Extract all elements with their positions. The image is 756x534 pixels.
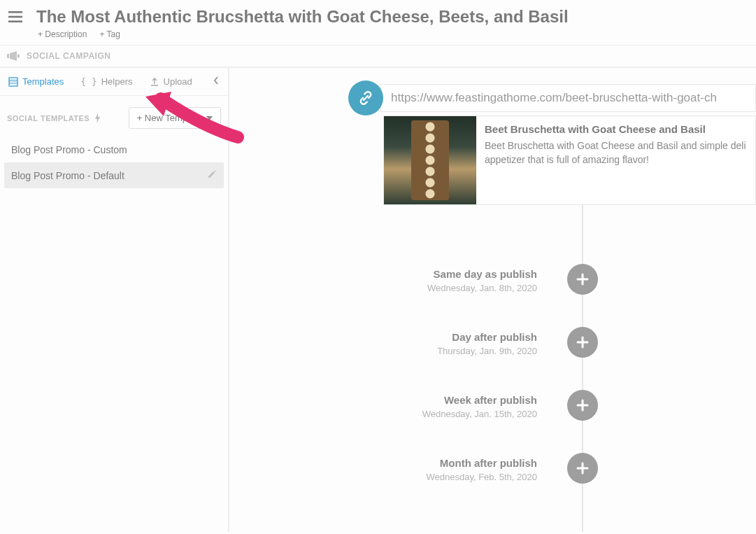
template-item-default[interactable]: Blog Post Promo - Default [4, 162, 224, 188]
new-template-label: + New Template [137, 113, 202, 123]
milestone-label: Week after publish [229, 394, 537, 406]
add-milestone-button[interactable] [567, 327, 598, 358]
braces-icon: { } [80, 76, 97, 87]
caret-down-icon [206, 116, 213, 120]
link-preview-card: Beet Bruschetta with Goat Cheese and Bas… [383, 115, 756, 205]
template-item-custom[interactable]: Blog Post Promo - Custom [4, 137, 224, 162]
tab-upload[interactable]: Upload [141, 68, 201, 95]
milestone-date: Wednesday, Jan. 8th, 2020 [229, 283, 537, 293]
svg-rect-0 [8, 11, 22, 13]
preview-desc: Beet Bruschetta with Goat Cheese and Bas… [485, 139, 747, 167]
add-milestone-button[interactable] [567, 390, 598, 421]
tab-helpers[interactable]: { } Helpers [72, 68, 141, 95]
templates-icon [8, 77, 18, 87]
page-title: The Most Authentic Brucshetta with Goat … [36, 7, 748, 27]
bolt-icon [94, 113, 102, 123]
preview-title: Beet Bruschetta with Goat Cheese and Bas… [485, 123, 747, 135]
template-item-label: Blog Post Promo - Custom [11, 144, 127, 155]
hamburger-icon[interactable] [8, 11, 22, 22]
add-tag-button[interactable]: + Tag [99, 29, 120, 39]
milestone-date: Wednesday, Feb. 5th, 2020 [229, 472, 537, 482]
collapse-sidebar-button[interactable] [204, 76, 228, 87]
template-item-label: Blog Post Promo - Default [11, 170, 124, 181]
tab-templates-label: Templates [22, 76, 64, 87]
svg-rect-2 [8, 20, 22, 22]
add-milestone-button[interactable] [567, 264, 598, 295]
tab-helpers-label: Helpers [101, 76, 133, 87]
milestone-label: Same day as publish [229, 268, 537, 280]
tab-templates[interactable]: Templates [0, 68, 72, 95]
new-template-button[interactable]: + New Template [129, 107, 221, 129]
svg-rect-1 [8, 16, 22, 18]
link-icon [348, 80, 383, 115]
milestone-date: Thursday, Jan. 9th, 2020 [229, 346, 537, 356]
url-display[interactable]: https://www.feastingathome.com/beet-brus… [380, 84, 756, 112]
megaphone-icon [7, 51, 20, 61]
add-description-button[interactable]: + Description [38, 29, 87, 39]
milestone-date: Wednesday, Jan. 15th, 2020 [229, 409, 537, 419]
campaign-bar: SOCIAL CAMPAIGN [0, 45, 756, 68]
social-templates-label: SOCIAL TEMPLATES [7, 114, 90, 122]
preview-image [384, 116, 476, 204]
milestone-label: Month after publish [229, 457, 537, 469]
add-milestone-button[interactable] [567, 453, 598, 484]
upload-icon [150, 77, 159, 87]
milestone-label: Day after publish [229, 331, 537, 343]
tab-upload-label: Upload [164, 76, 192, 87]
pencil-icon[interactable] [207, 169, 217, 181]
chevron-left-icon [213, 76, 220, 85]
campaign-label: SOCIAL CAMPAIGN [27, 51, 110, 61]
